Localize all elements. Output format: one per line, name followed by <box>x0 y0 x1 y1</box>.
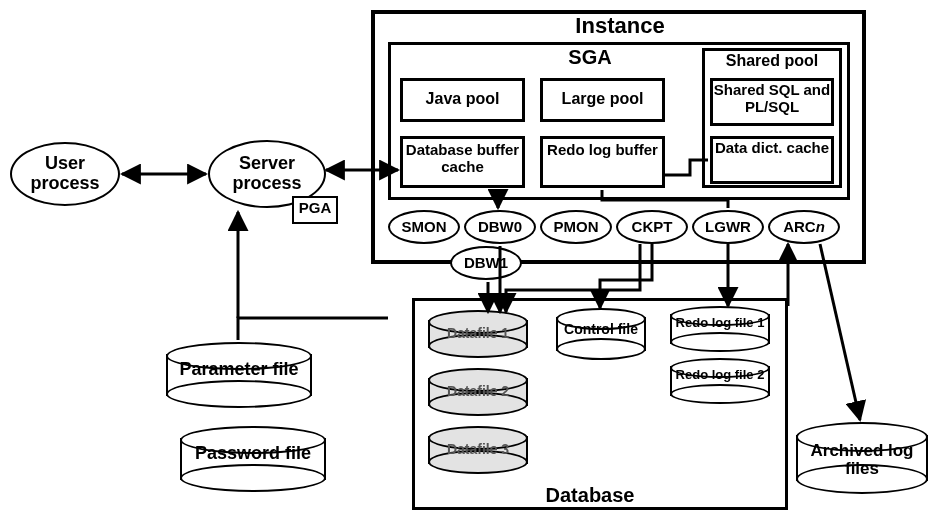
datafile-3: Datafile 3 <box>428 426 528 474</box>
arcn-process: ARCn <box>768 210 840 244</box>
java-pool-label: Java pool <box>400 90 525 108</box>
database-title: Database <box>520 484 660 506</box>
datafile-1: Datafile 1 <box>428 310 528 358</box>
pga-label: PGA <box>292 200 338 217</box>
ckpt-label: CKPT <box>632 219 673 236</box>
arcn-label: ARCn <box>783 219 825 236</box>
large-pool-label: Large pool <box>540 90 665 108</box>
datafile-2: Datafile 2 <box>428 368 528 416</box>
ckpt-process: CKPT <box>616 210 688 244</box>
dbw1-process: DBW1 <box>450 246 522 280</box>
parameter-file-label: Parameter file <box>166 360 312 379</box>
datafile-2-label: Datafile 2 <box>428 384 528 399</box>
redo-log-file-2: Redo log file 2 <box>670 358 770 404</box>
smon-process: SMON <box>388 210 460 244</box>
instance-title: Instance <box>540 14 700 38</box>
password-file: Password file <box>180 426 326 492</box>
pmon-label: PMON <box>554 219 599 236</box>
redo-log-file-1: Redo log file 1 <box>670 306 770 352</box>
svg-line-8 <box>820 244 860 420</box>
db-buffer-cache-label: Database buffer cache <box>400 142 525 175</box>
dbw0-label: DBW0 <box>478 219 522 236</box>
dbw0-process: DBW0 <box>464 210 536 244</box>
user-process: User process <box>10 142 120 206</box>
sga-title: SGA <box>540 46 640 68</box>
diagram-canvas: Instance SGA Shared pool Java pool Large… <box>0 0 936 524</box>
archived-log-files: Archived log files <box>796 422 928 494</box>
datafile-1-label: Datafile 1 <box>428 326 528 341</box>
control-file-label: Control file <box>556 322 646 337</box>
smon-label: SMON <box>402 219 447 236</box>
redo-log-file-1-label: Redo log file 1 <box>670 316 770 330</box>
user-process-label: User process <box>12 154 118 194</box>
parameter-file: Parameter file <box>166 342 312 408</box>
shared-pool-title: Shared pool <box>702 52 842 70</box>
shared-sql-label: Shared SQL and PL/SQL <box>710 82 834 115</box>
password-file-label: Password file <box>180 444 326 463</box>
dbw1-label: DBW1 <box>464 255 508 272</box>
archived-log-files-label: Archived log files <box>796 442 928 478</box>
datafile-3-label: Datafile 3 <box>428 442 528 457</box>
control-file: Control file <box>556 308 646 360</box>
pmon-process: PMON <box>540 210 612 244</box>
redo-log-file-2-label: Redo log file 2 <box>670 368 770 382</box>
lgwr-process: LGWR <box>692 210 764 244</box>
data-dict-cache-label: Data dict. cache <box>710 140 834 157</box>
server-process-label: Server process <box>210 154 324 194</box>
redo-log-buffer-label: Redo log buffer <box>540 142 665 159</box>
lgwr-label: LGWR <box>705 219 751 236</box>
